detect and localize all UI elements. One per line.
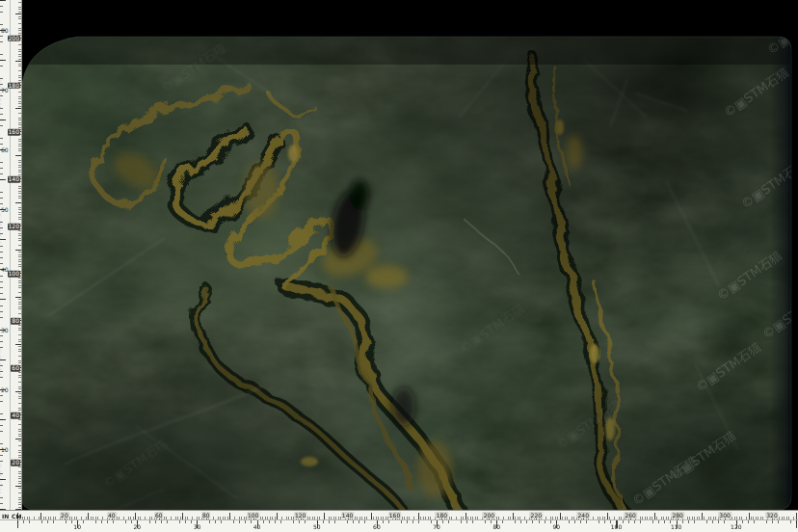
slab-texture: ©▣STM石猫©▣STM石猫©▣STM石猫©▣STM石猫©▣STM石猫©▣STM…	[20, 36, 792, 511]
horizontal-ruler: IN CM 2040608010012014016018020022024026…	[0, 510, 798, 532]
ruler-label-in: 70	[433, 523, 440, 530]
ruler-label-in: 120	[731, 523, 741, 530]
ruler-label-in: 60	[1, 147, 9, 154]
ruler-label-cm: 80	[11, 318, 20, 325]
ruler-label-in: 30	[194, 523, 201, 530]
ruler-label-in: 60	[373, 523, 381, 530]
corner-in-label: IN	[2, 513, 9, 519]
ruler-label-in: 20	[133, 523, 141, 530]
ruler-label-in: 70	[1, 88, 9, 94]
ruler-label-cm: 120	[8, 224, 20, 230]
ruler-label-in: 10	[73, 523, 81, 530]
slab-photo[interactable]: ©▣STM石猫©▣STM石猫©▣STM石猫©▣STM石猫©▣STM石猫©▣STM…	[20, 36, 792, 511]
ruler-label-cm: 200	[483, 512, 495, 519]
ruler-label-cm: 20	[11, 460, 20, 466]
ruler-label-cm: 220	[530, 512, 543, 519]
ruler-label-in: 40	[1, 267, 9, 274]
ruler-label-cm: 140	[8, 176, 20, 183]
ruler-label-in: 80	[492, 523, 500, 530]
ruler-label-cm: 260	[624, 512, 636, 519]
ruler-label-cm: 180	[8, 82, 20, 89]
ruler-label-cm: 20	[60, 512, 69, 519]
ruler-label-in: 20	[1, 386, 9, 393]
ruler-label-cm: 280	[671, 512, 683, 519]
ruler-label-cm: 200	[8, 35, 20, 41]
ruler-label-in: 90	[553, 523, 561, 530]
ruler-label-cm: 240	[577, 512, 590, 519]
vertical-ruler-in-major-ticks	[0, 0, 6, 510]
vertical-ruler-divider	[10, 0, 11, 510]
ruler-label-cm: 180	[436, 512, 448, 519]
ruler-label-cm: 160	[8, 129, 20, 136]
ruler-label-in: 100	[611, 523, 622, 530]
vertical-ruler: 2040608010012014016018020010203040506070…	[0, 0, 22, 510]
corner-cm-label: CM	[12, 513, 21, 519]
ruler-label-cm: 120	[294, 512, 306, 519]
ruler-label-cm: 40	[107, 512, 117, 519]
ruler-label-in: 10	[1, 447, 9, 454]
ruler-label-in: 50	[1, 207, 9, 214]
ruler-label-in: 40	[253, 523, 261, 530]
ruler-label-cm: 60	[154, 512, 164, 519]
ruler-label-cm: 80	[201, 512, 211, 519]
ruler-label-in: 80	[1, 27, 9, 34]
ruler-label-cm: 100	[247, 512, 259, 519]
ruler-label-cm: 140	[341, 512, 354, 519]
horizontal-ruler-in-row: IN 102030405060708090100110120	[0, 520, 798, 532]
ruler-label-in: 50	[313, 523, 321, 530]
ruler-label-cm: 40	[11, 412, 20, 419]
ruler-label-cm: 100	[8, 271, 20, 278]
ruler-label-cm: 320	[765, 512, 778, 519]
vertical-ruler-cm-major-ticks	[15, 0, 21, 510]
ruler-label-cm: 300	[718, 512, 731, 519]
horizontal-ruler-cm-row: IN CM 2040608010012014016018020022024026…	[0, 510, 798, 520]
ruler-label-in: 30	[1, 327, 9, 333]
slab-viewer-stage: ©▣STM石猫©▣STM石猫©▣STM石猫©▣STM石猫©▣STM石猫©▣STM…	[0, 0, 798, 532]
ruler-label-in: 110	[671, 523, 681, 530]
ruler-label-cm: 60	[11, 365, 20, 372]
ruler-label-cm: 160	[388, 512, 401, 519]
